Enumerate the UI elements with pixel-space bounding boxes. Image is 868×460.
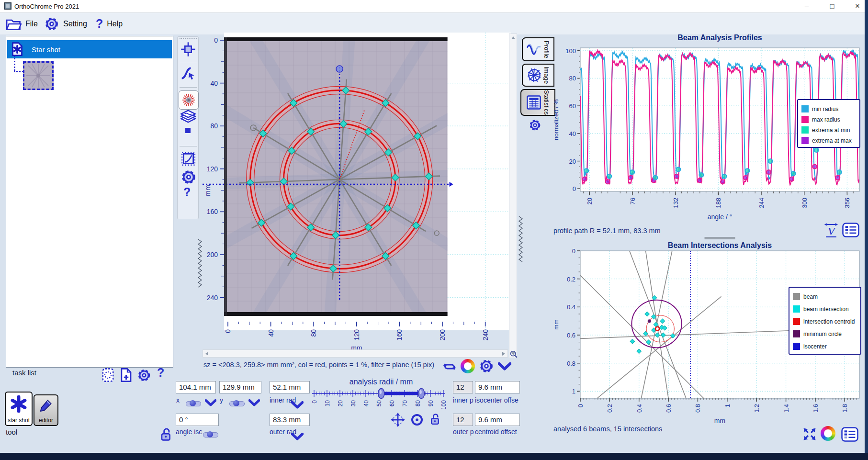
chart-color-wheel-icon[interactable] (821, 426, 835, 441)
svg-text:0.4: 0.4 (636, 404, 643, 413)
task-list-label: task list (12, 369, 36, 377)
color-wheel-icon[interactable] (461, 359, 475, 373)
inner-radius-chevron-icon[interactable] (291, 401, 304, 409)
svg-text:0: 0 (573, 185, 576, 192)
small-lock-icon[interactable] (430, 413, 441, 426)
viewer-settings-gear-icon[interactable] (479, 359, 494, 374)
svg-text:100: 100 (440, 400, 447, 410)
formula-v-icon[interactable] (823, 222, 840, 238)
profile-wave-icon (527, 43, 542, 56)
menu-file[interactable]: File (6, 13, 38, 34)
menu-help[interactable]: ? Help (96, 13, 123, 34)
svg-text:40: 40 (363, 400, 370, 407)
beam-analysis-profiles-chart[interactable]: Beam Analysis Profiles020406080100207613… (551, 29, 867, 223)
y-field[interactable]: 129.9 mm (219, 381, 261, 393)
app-icon (4, 2, 11, 10)
target-icon[interactable] (410, 413, 424, 427)
y-chevron-icon[interactable] (248, 399, 260, 406)
slider-handle (418, 389, 425, 399)
question-icon: ? (96, 17, 103, 31)
x-toggle[interactable] (186, 401, 201, 406)
task-settings-gear-icon[interactable] (137, 368, 151, 382)
star-shot-analysis-icon[interactable] (179, 90, 199, 110)
tab-image[interactable]: Image (522, 64, 554, 87)
svg-text:0: 0 (577, 404, 584, 407)
splitter-grip-right[interactable] (518, 216, 524, 262)
star-shot-canvas[interactable]: 04080120160200240mm04080120160200240mm (199, 33, 518, 359)
cycle-color-icon[interactable] (441, 360, 458, 373)
folder-icon (6, 18, 22, 30)
right-panel-gear-icon[interactable] (529, 119, 541, 132)
scroll-right-icon[interactable] (502, 352, 505, 356)
analysis-radii-slider[interactable]: 0102030405060708090100 (310, 388, 450, 417)
intersections-table-icon[interactable] (841, 426, 859, 442)
thumbnail-star-pattern (24, 63, 52, 89)
outer-radius-field[interactable]: 83.3 mm (270, 414, 310, 426)
lock-icon[interactable] (160, 427, 173, 442)
menu-setting[interactable]: Setting (44, 13, 87, 34)
svg-text:240: 240 (482, 329, 489, 341)
inner-radius-field[interactable]: 52.1 mm (270, 381, 310, 393)
angle-field[interactable]: 0 ° (176, 414, 219, 426)
layers-icon[interactable] (180, 110, 196, 123)
y-toggle[interactable] (229, 401, 245, 406)
svg-text:0.8: 0.8 (567, 360, 575, 367)
svg-text:1: 1 (724, 404, 731, 407)
angle-toggle[interactable] (203, 432, 218, 438)
curve-select-icon[interactable] (180, 66, 196, 81)
star-shot-thumbnail[interactable] (23, 61, 54, 90)
empty-task-icon[interactable] (101, 368, 114, 382)
expand-icon[interactable] (802, 427, 817, 441)
svg-text:200: 200 (207, 251, 218, 258)
x-field[interactable]: 104.1 mm (176, 381, 216, 393)
svg-text:20: 20 (337, 400, 344, 407)
stop-square-icon[interactable] (185, 128, 191, 133)
tab-profile-label: Profile (543, 41, 550, 58)
svg-text:1: 1 (572, 388, 575, 395)
beam-intersections-chart[interactable]: Beam Intersections Analysis00.20.40.60.8… (551, 236, 867, 428)
desktop-edge (0, 453, 868, 460)
tab-profile[interactable]: Profile (522, 37, 554, 61)
app-title: OrthoChrome Pro 2021 (14, 3, 79, 10)
isocenter-offset-field[interactable]: 9.6 mm (475, 381, 520, 393)
svg-text:70: 70 (402, 400, 408, 407)
svg-text:beam: beam (803, 293, 818, 300)
svg-text:120: 120 (207, 165, 218, 173)
svg-text:76: 76 (629, 198, 636, 204)
svg-text:intersection centroid: intersection centroid (803, 318, 855, 325)
vertical-scrollbar[interactable] (509, 34, 517, 358)
task-help-icon[interactable]: ? (157, 366, 164, 380)
scroll-left-icon[interactable] (205, 352, 208, 356)
svg-text:1.6: 1.6 (812, 404, 819, 413)
zoom-magnifier-icon[interactable] (509, 350, 518, 359)
svg-text:0.4: 0.4 (567, 303, 575, 311)
svg-text:Beam Analysis Profiles: Beam Analysis Profiles (677, 34, 762, 42)
toolbar-gear-icon[interactable] (180, 169, 197, 185)
task-item-star-shot[interactable]: Star shot (7, 40, 172, 58)
minimize-button[interactable]: – (799, 1, 815, 11)
toolbar-drag-handle[interactable] (180, 38, 197, 39)
calibration-curve-icon[interactable] (180, 151, 196, 167)
move-icon[interactable] (391, 413, 405, 427)
outer-radius-chevron-icon[interactable] (291, 433, 304, 440)
add-task-icon[interactable] (120, 368, 133, 382)
task-connector-line (14, 71, 23, 72)
svg-text:angle / °: angle / ° (708, 213, 733, 221)
scroll-up-icon[interactable] (511, 36, 515, 39)
x-chevron-icon[interactable] (205, 399, 216, 406)
data-table-icon[interactable] (842, 222, 860, 238)
svg-text:1.2: 1.2 (753, 404, 760, 413)
chevron-down-icon[interactable] (498, 362, 511, 370)
horizontal-scrollbar[interactable] (203, 349, 508, 358)
svg-text:160: 160 (207, 208, 218, 215)
svg-text:244: 244 (758, 198, 765, 208)
tool-tab-editor[interactable]: editor (34, 394, 58, 426)
center-marker-icon[interactable] (180, 42, 196, 57)
inner-points-label: inner p (453, 396, 474, 404)
toolbar-help-icon[interactable]: ? (183, 185, 191, 199)
centroid-offset-field[interactable]: 9.6 mm (475, 414, 520, 426)
close-button[interactable]: × (849, 1, 866, 11)
maximize-button[interactable]: □ (824, 1, 840, 11)
minimum-circle-center (648, 319, 651, 323)
tool-tab-star-shot[interactable]: star shot (5, 392, 33, 426)
